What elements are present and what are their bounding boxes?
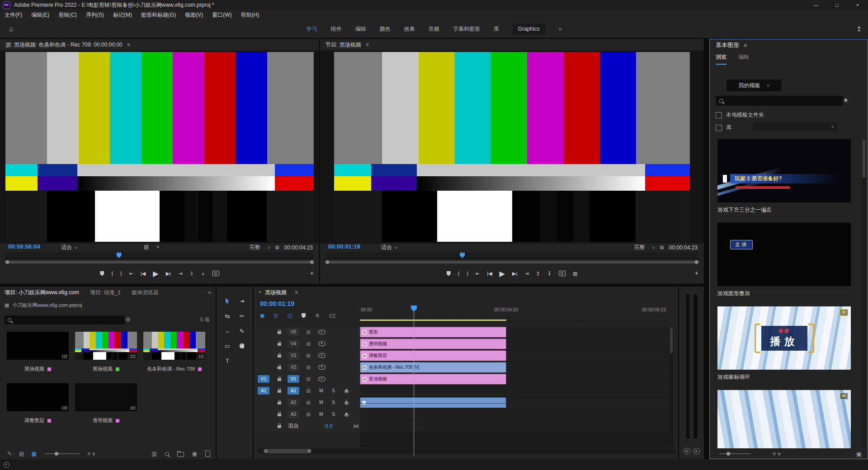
- track-target-v1[interactable]: V1: [288, 375, 299, 383]
- sync-status-icon[interactable]: [4, 462, 9, 468]
- track-target-v4[interactable]: V4: [288, 340, 299, 348]
- timeline-clip-a2[interactable]: [360, 397, 506, 408]
- library-select[interactable]: ∨: [753, 122, 838, 131]
- sync-lock-icon[interactable]: ▨: [306, 329, 310, 334]
- sort-icon[interactable]: ≡ ∨: [773, 451, 781, 457]
- thumbnail-size-slider[interactable]: [719, 453, 751, 454]
- menu-item[interactable]: 文件(F): [0, 11, 27, 19]
- program-scrubber[interactable]: [326, 252, 698, 259]
- insert-button[interactable]: ⇩: [189, 271, 193, 277]
- solo-button[interactable]: S: [327, 412, 340, 417]
- add-marker-button[interactable]: [100, 271, 104, 276]
- playhead-head[interactable]: [411, 306, 417, 312]
- source-monitor-title[interactable]: 源: 黑场视频: 色条和色调 - Rec 709: 00:00:00:00: [5, 41, 123, 49]
- icon-view-icon[interactable]: ▦: [31, 451, 36, 457]
- panel-menu-icon[interactable]: ≡: [295, 289, 298, 296]
- program-zoom-select[interactable]: 适合∨: [381, 244, 398, 251]
- mix-value[interactable]: 0.0: [325, 423, 333, 429]
- mute-button[interactable]: M: [315, 388, 327, 393]
- project-tab-1[interactable]: 项目: 小刀娱乐网www.x6g.com: [5, 289, 79, 296]
- lock-icon[interactable]: [278, 331, 281, 334]
- settings-wrench-icon[interactable]: ⚙: [275, 244, 280, 251]
- voiceover-mic-icon[interactable]: [345, 413, 348, 416]
- panel-overflow-icon[interactable]: »: [208, 289, 211, 296]
- close-tab-icon[interactable]: ×: [258, 289, 261, 296]
- new-item-icon[interactable]: ▣: [192, 451, 197, 457]
- zoom-scrollbar-thumb[interactable]: [264, 449, 311, 453]
- pen-tool[interactable]: ✎: [235, 326, 249, 335]
- track-output-eye-icon[interactable]: [318, 353, 326, 358]
- lock-icon[interactable]: [278, 390, 281, 393]
- tab-browse[interactable]: 浏览: [716, 53, 726, 65]
- timeline-ruler[interactable]: 00:0000:00:04:2300:00:09:23: [360, 306, 670, 321]
- tab-edit[interactable]: 编辑: [738, 53, 749, 65]
- template-card[interactable]: 联赛 播放 游戏徽标循环: [717, 306, 851, 381]
- new-bin-icon[interactable]: [177, 452, 184, 457]
- snap-toggle[interactable]: Ω: [274, 313, 278, 319]
- ripple-edit-tool[interactable]: ⇆: [220, 311, 235, 320]
- source-zoom-bar[interactable]: [5, 260, 314, 264]
- quick-export-icon[interactable]: ↥: [856, 25, 862, 33]
- sync-lock-icon[interactable]: ▨: [306, 388, 310, 393]
- menu-item[interactable]: 视图(V): [180, 11, 208, 19]
- project-search-field[interactable]: [5, 315, 125, 324]
- selection-tool[interactable]: [220, 296, 235, 306]
- template-search-field[interactable]: [716, 96, 843, 106]
- step-back-button[interactable]: |◀: [141, 271, 146, 277]
- mute-button[interactable]: M: [315, 412, 327, 417]
- close-button[interactable]: ×: [847, 0, 868, 10]
- timeline-lanes[interactable]: fx图形fx透明视频fx调整图层fx色条和色调 - Rec 709 [V]fx黑…: [360, 326, 670, 447]
- workspace-overflow-icon[interactable]: »: [559, 26, 562, 32]
- sequence-tab[interactable]: 黑场视频: [265, 289, 287, 296]
- sort-icon[interactable]: ≡ ∨: [87, 451, 96, 457]
- source-quality-select[interactable]: 完整: [249, 244, 260, 251]
- template-thumbnail[interactable]: 直播: [717, 223, 851, 286]
- search-input[interactable]: [726, 97, 840, 104]
- solo-button[interactable]: S: [327, 388, 340, 393]
- project-item-thumbnail[interactable]: [7, 332, 69, 360]
- project-item-thumbnail[interactable]: [7, 383, 69, 411]
- timeline-clip-v3[interactable]: fx调整图层: [360, 350, 506, 361]
- menu-item[interactable]: 窗口(W): [208, 11, 236, 19]
- project-item-thumbnail[interactable]: [75, 383, 137, 411]
- track-target-v5[interactable]: V5: [288, 328, 299, 336]
- workspace-tab-4[interactable]: 颜色: [380, 25, 391, 33]
- panel-menu-icon[interactable]: ≡: [744, 42, 747, 49]
- lock-icon[interactable]: [278, 343, 281, 346]
- linked-selection-toggle[interactable]: ◫: [288, 313, 292, 319]
- source-patch-a1[interactable]: A1: [258, 387, 269, 395]
- lock-icon[interactable]: [278, 402, 281, 404]
- project-item[interactable]: 调整图层: [7, 383, 75, 424]
- workspace-tab-5[interactable]: 效果: [404, 25, 415, 33]
- export-frame-button[interactable]: [212, 271, 219, 276]
- mute-button[interactable]: M: [315, 400, 327, 405]
- menu-item[interactable]: 序列(S): [81, 11, 108, 19]
- workspace-tab-2[interactable]: 组件: [331, 25, 342, 33]
- solo-button[interactable]: S: [693, 448, 700, 455]
- menu-item[interactable]: 标记(M): [108, 11, 137, 19]
- timeline-clip-v2[interactable]: fx色条和色调 - Rec 709 [V]: [360, 362, 506, 373]
- track-output-eye-icon[interactable]: [318, 329, 326, 334]
- lift-button[interactable]: ↥: [536, 271, 540, 277]
- slip-tool[interactable]: ↔: [220, 326, 235, 335]
- mark-in-button[interactable]: {: [458, 271, 460, 276]
- template-thumbnail[interactable]: 玩家 1 是否准备好?: [717, 139, 851, 202]
- timeline-clip-v4[interactable]: fx透明视频: [360, 338, 506, 349]
- program-zoom-bar[interactable]: [326, 260, 698, 264]
- add-marker-button[interactable]: [447, 271, 451, 276]
- step-forward-button[interactable]: ▶|: [512, 271, 517, 277]
- step-back-button[interactable]: |◀: [487, 271, 492, 277]
- workspace-tab-1[interactable]: 学习: [307, 25, 317, 33]
- template-scrollbar[interactable]: [863, 139, 865, 448]
- template-card[interactable]: 玩家 1 是否准备好? 游戏下方三分之一偏左: [717, 139, 851, 214]
- template-card[interactable]: [717, 390, 851, 448]
- new-layer-icon[interactable]: ▣: [856, 451, 862, 457]
- project-tab-3[interactable]: 媒体浏览器: [132, 289, 159, 296]
- export-frame-button[interactable]: [559, 271, 566, 276]
- lock-icon[interactable]: [278, 414, 281, 416]
- maximize-button[interactable]: □: [826, 0, 847, 10]
- track-target-a1[interactable]: A1: [288, 387, 299, 395]
- home-icon[interactable]: ⌂: [9, 25, 14, 33]
- project-item[interactable]: 色条和色调 - Rec 709: [143, 332, 212, 372]
- overwrite-button[interactable]: ⇣: [201, 271, 205, 277]
